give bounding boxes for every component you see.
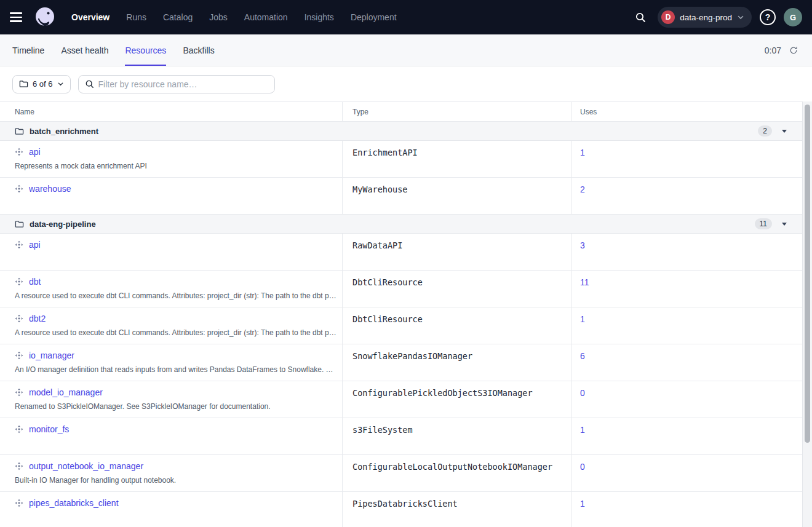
resource-uses-cell: 6 bbox=[572, 344, 802, 381]
resource-name-cell: api Represents a mock data enrichment AP… bbox=[0, 141, 343, 177]
resource-uses-link[interactable]: 1 bbox=[580, 425, 585, 435]
column-header-type: Type bbox=[343, 102, 572, 121]
resource-uses-link[interactable]: 1 bbox=[580, 148, 585, 157]
resource-name-link[interactable]: dbt bbox=[29, 277, 41, 287]
resource-type: PipesDatabricksClient bbox=[352, 499, 458, 509]
resource-uses-cell: 1 bbox=[572, 141, 802, 177]
resource-type-cell: DbtCliResource bbox=[343, 307, 572, 344]
resource-uses-cell: 0 bbox=[572, 455, 802, 491]
resource-description: Renamed to S3PickleIOManager. See S3Pick… bbox=[15, 402, 338, 411]
filter-bar: 6 of 6 bbox=[0, 66, 812, 101]
resource-name-link[interactable]: api bbox=[29, 240, 41, 250]
resource-uses-link[interactable]: 6 bbox=[580, 351, 585, 361]
user-avatar[interactable]: G bbox=[784, 8, 802, 26]
resources-page: OverviewRunsCatalogJobsAutomationInsight… bbox=[0, 0, 812, 527]
resource-uses-cell: 11 bbox=[572, 271, 802, 307]
resource-name-cell: output_notebook_io_manager Built-in IO M… bbox=[0, 455, 343, 491]
resource-row-api: api RawDataAPI 3 bbox=[0, 234, 802, 271]
collapse-group-icon[interactable] bbox=[780, 127, 789, 135]
resource-name-link[interactable]: warehouse bbox=[29, 184, 71, 194]
nav-item-automation[interactable]: Automation bbox=[244, 12, 288, 22]
tab-resources[interactable]: Resources bbox=[125, 34, 166, 66]
folder-icon bbox=[15, 220, 24, 229]
resource-name-cell: pipes_databricks_client bbox=[0, 492, 343, 527]
workspace-avatar: D bbox=[661, 10, 675, 24]
resource-uses-link[interactable]: 0 bbox=[580, 462, 585, 472]
search-icon bbox=[85, 79, 94, 89]
search-icon[interactable] bbox=[631, 8, 650, 26]
resource-icon bbox=[15, 351, 23, 360]
workspace-switcher[interactable]: D data-eng-prod bbox=[658, 7, 752, 28]
resource-name-cell: dbt2 A resource used to execute dbt CLI … bbox=[0, 307, 343, 344]
resource-type-cell: MyWarehouse bbox=[343, 178, 572, 214]
resource-name-cell: warehouse bbox=[0, 178, 343, 214]
resource-type: SnowflakePandasIOManager bbox=[352, 351, 472, 361]
resource-name-cell: monitor_fs bbox=[0, 418, 343, 454]
scrollbar-thumb[interactable] bbox=[805, 105, 810, 443]
group-row-batch-enrichment[interactable]: batch_enrichment 2 bbox=[0, 122, 802, 141]
resource-type-cell: DbtCliResource bbox=[343, 271, 572, 307]
vertical-scrollbar[interactable] bbox=[802, 101, 812, 527]
code-location-filter-button[interactable]: 6 of 6 bbox=[12, 75, 71, 93]
nav-item-overview[interactable]: Overview bbox=[71, 12, 109, 22]
menu-icon[interactable] bbox=[10, 9, 27, 26]
resource-description: Built-in IO Manager for handling output … bbox=[15, 476, 338, 485]
tab-timeline[interactable]: Timeline bbox=[12, 34, 44, 66]
folder-icon bbox=[19, 79, 28, 89]
resource-name-cell: api bbox=[0, 234, 343, 270]
refresh-icon[interactable] bbox=[787, 44, 800, 57]
resource-type-cell: ConfigurableLocalOutputNotebookIOManager bbox=[343, 455, 572, 491]
resource-name-link[interactable]: model_io_manager bbox=[29, 387, 103, 397]
resource-name-link[interactable]: pipes_databricks_client bbox=[29, 498, 119, 508]
resource-description: A resource used to execute dbt CLI comma… bbox=[15, 328, 338, 337]
resource-type: RawDataAPI bbox=[352, 240, 402, 250]
resource-description: Represents a mock data enrichment API bbox=[15, 162, 338, 170]
resource-uses-link[interactable]: 11 bbox=[580, 277, 589, 287]
resource-type: EnrichmentAPI bbox=[352, 148, 418, 157]
resource-icon bbox=[15, 240, 23, 249]
resource-icon bbox=[15, 462, 23, 470]
table-header: Name Type Uses bbox=[0, 102, 802, 122]
resource-row-io-manager: io_manager An I/O manager definition tha… bbox=[0, 344, 802, 381]
collapse-group-icon[interactable] bbox=[780, 220, 789, 228]
resource-name-link[interactable]: output_notebook_io_manager bbox=[29, 461, 143, 471]
nav-right: D data-eng-prod ? G bbox=[631, 7, 802, 28]
resource-uses-link[interactable]: 0 bbox=[580, 388, 585, 398]
resource-icon bbox=[15, 277, 23, 286]
nav-item-insights[interactable]: Insights bbox=[304, 12, 334, 22]
resource-icon bbox=[15, 314, 23, 323]
resource-icon bbox=[15, 184, 23, 193]
chevron-down-icon bbox=[737, 14, 744, 21]
resource-name-link[interactable]: api bbox=[29, 147, 41, 157]
group-name: data-eng-pipeline bbox=[30, 220, 96, 229]
tab-backfills[interactable]: Backfills bbox=[183, 34, 214, 66]
tab-bar: TimelineAsset healthResourcesBackfills 0… bbox=[0, 34, 812, 66]
nav-item-deployment[interactable]: Deployment bbox=[351, 12, 397, 22]
resource-name-link[interactable]: io_manager bbox=[29, 351, 74, 360]
resource-type-cell: s3FileSystem bbox=[343, 418, 572, 454]
resource-row-dbt2: dbt2 A resource used to execute dbt CLI … bbox=[0, 307, 802, 344]
resource-uses-link[interactable]: 1 bbox=[580, 499, 585, 509]
resource-search-input[interactable] bbox=[98, 79, 268, 89]
resource-name-link[interactable]: dbt2 bbox=[29, 314, 46, 323]
resource-uses-link[interactable]: 1 bbox=[580, 314, 585, 324]
folder-icon bbox=[15, 127, 24, 136]
tab-asset-health[interactable]: Asset health bbox=[61, 34, 108, 66]
resource-name-cell: model_io_manager Renamed to S3PickleIOMa… bbox=[0, 381, 343, 418]
resource-uses-link[interactable]: 3 bbox=[580, 240, 585, 250]
resource-name-link[interactable]: monitor_fs bbox=[29, 424, 69, 434]
help-icon[interactable]: ? bbox=[760, 9, 776, 25]
resource-uses-cell: 1 bbox=[572, 492, 802, 527]
resource-icon bbox=[15, 148, 23, 156]
resource-description: A resource used to execute dbt CLI comma… bbox=[15, 291, 338, 300]
nav-item-catalog[interactable]: Catalog bbox=[163, 12, 193, 22]
dagster-logo-icon[interactable] bbox=[33, 6, 57, 29]
resource-type-cell: RawDataAPI bbox=[343, 234, 572, 270]
resource-uses-cell: 0 bbox=[572, 381, 802, 418]
nav-item-runs[interactable]: Runs bbox=[126, 12, 146, 22]
nav-item-jobs[interactable]: Jobs bbox=[209, 12, 228, 22]
resource-row-model-io-manager: model_io_manager Renamed to S3PickleIOMa… bbox=[0, 381, 802, 418]
resource-row-api: api Represents a mock data enrichment AP… bbox=[0, 141, 802, 178]
group-row-data-eng-pipeline[interactable]: data-eng-pipeline 11 bbox=[0, 215, 802, 234]
resource-uses-link[interactable]: 2 bbox=[580, 184, 585, 194]
